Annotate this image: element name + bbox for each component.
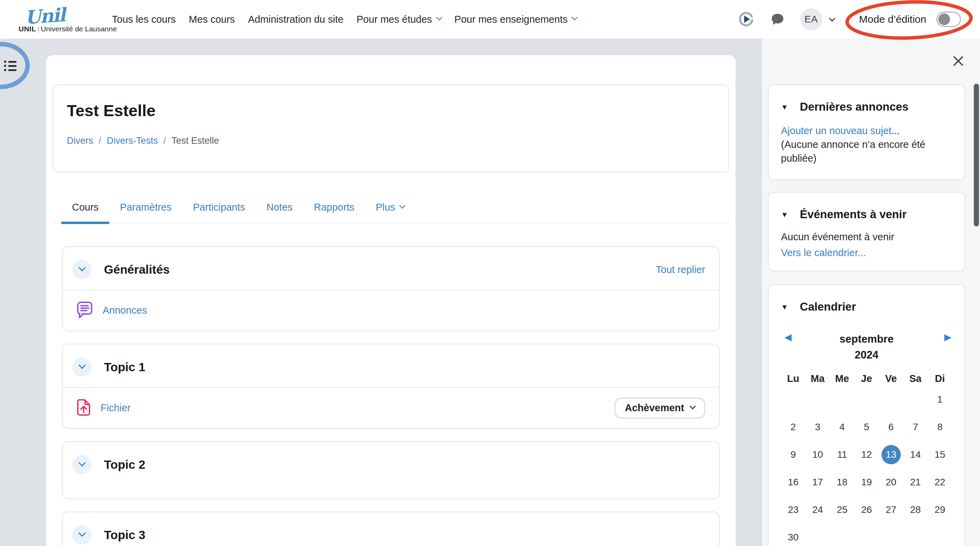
calendar-day[interactable]: 24	[805, 496, 830, 524]
block-title: Calendrier	[800, 300, 856, 313]
calendar-day[interactable]: 8	[928, 413, 952, 441]
calendar-day[interactable]: 28	[903, 496, 928, 524]
messages-icon[interactable]	[771, 13, 784, 26]
user-menu-chevron-icon[interactable]	[829, 15, 835, 21]
chevron-down-icon	[572, 14, 578, 20]
chevron-down-icon	[399, 202, 405, 209]
calendar-day[interactable]: 4	[830, 413, 854, 441]
calendar-day[interactable]: 9	[781, 441, 805, 468]
calendar-day[interactable]: 19	[854, 468, 879, 496]
calendar-day[interactable]: 6	[879, 413, 903, 441]
calendar-day-selected[interactable]: 13	[879, 441, 903, 468]
calendar-day[interactable]: 20	[879, 468, 903, 496]
activity-link-fichier[interactable]: Fichier	[100, 402, 130, 413]
block-drawer: ▼ Dernières annonces Ajouter un nouveau …	[762, 38, 980, 546]
previous-month-icon[interactable]: ◀	[784, 333, 792, 342]
nav-item-my-courses[interactable]: Mes cours	[182, 14, 241, 25]
completion-dropdown-button[interactable]: Achèvement	[615, 398, 705, 418]
navbar-right: EA Mode d’édition	[738, 8, 961, 30]
calendar-day[interactable]: 1	[928, 386, 952, 413]
calendar-day[interactable]: 16	[781, 468, 805, 496]
calendar-day[interactable]: 22	[928, 468, 952, 496]
nav-item-my-studies[interactable]: Pour mes études	[350, 14, 448, 25]
forum-icon	[76, 301, 93, 320]
avatar[interactable]: EA	[800, 8, 822, 30]
section-header: Topic 3	[63, 512, 719, 546]
collapse-all-link[interactable]: Tout replier	[656, 264, 705, 275]
collapse-block-icon[interactable]: ▼	[781, 303, 788, 311]
calendar-day	[854, 524, 879, 546]
tab-plus[interactable]: Plus	[365, 192, 415, 223]
calendar-day[interactable]: 10	[805, 441, 830, 468]
course-index-icon[interactable]	[4, 61, 16, 71]
tab-rapports[interactable]: Rapports	[303, 192, 365, 223]
tab-participants[interactable]: Participants	[182, 192, 256, 223]
breadcrumb-link-subcategory[interactable]: Divers-Tests	[107, 136, 158, 146]
calendar-day[interactable]: 7	[903, 413, 928, 441]
breadcrumb-separator: /	[158, 136, 172, 146]
breadcrumb: Divers / Divers-Tests / Test Estelle	[67, 136, 715, 146]
edit-mode-toggle[interactable]	[937, 12, 961, 27]
no-events-text: Aucun événement à venir	[781, 230, 952, 244]
calendar-day	[928, 524, 952, 546]
collapse-section-button[interactable]	[72, 455, 92, 474]
calendar-day[interactable]: 15	[928, 441, 952, 468]
next-month-icon[interactable]: ▶	[944, 333, 951, 342]
collapse-section-button[interactable]	[72, 358, 92, 377]
no-announcements-text: (Aucune annonce n’a encore été publiée)	[781, 137, 952, 165]
collapse-section-button[interactable]	[72, 525, 92, 544]
activity-link-annonces[interactable]: Annonces	[103, 305, 147, 316]
nav-item-all-courses[interactable]: Tous les cours	[105, 14, 182, 25]
section-topic2: Topic 2	[62, 441, 720, 499]
recordings-icon[interactable]	[738, 11, 754, 27]
calendar-day[interactable]: 29	[928, 496, 952, 524]
tab-parametres[interactable]: Paramètres	[109, 192, 182, 223]
calendar-day[interactable]: 17	[805, 468, 830, 496]
calendar-day	[830, 524, 854, 546]
collapse-block-icon[interactable]: ▼	[781, 104, 788, 111]
calendar-day[interactable]: 14	[903, 441, 928, 468]
calendar-day	[805, 386, 830, 413]
calendar-day[interactable]: 11	[830, 441, 854, 468]
main-content: Test Estelle Divers / Divers-Tests / Tes…	[46, 55, 735, 546]
calendar-day[interactable]: 25	[830, 496, 854, 524]
list-row	[4, 65, 16, 67]
tab-notes[interactable]: Notes	[256, 192, 303, 223]
calendar-day	[830, 386, 854, 413]
calendar-month: septembre	[781, 331, 952, 347]
calendar-day[interactable]: 2	[781, 413, 805, 441]
section-header: Topic 1	[63, 344, 719, 387]
calendar-day[interactable]: 30	[781, 524, 805, 546]
top-navbar: Unil UNIL|Université de Lausanne Tous le…	[0, 0, 980, 38]
nav-item-site-administration[interactable]: Administration du site	[241, 14, 350, 25]
calendar-day[interactable]: 27	[879, 496, 903, 524]
avatar-initials: EA	[804, 14, 818, 25]
add-topic-link[interactable]: Ajouter un nouveau sujet	[781, 125, 891, 136]
calendar-day	[805, 524, 830, 546]
block-title: Événements à venir	[800, 208, 907, 221]
calendar-day[interactable]: 12	[854, 441, 879, 468]
section-title: Topic 1	[104, 360, 145, 374]
calendar-day[interactable]: 23	[781, 496, 805, 524]
calendar-day[interactable]: 21	[903, 468, 928, 496]
page: Unil UNIL|Université de Lausanne Tous le…	[0, 0, 980, 546]
upcoming-events-block: ▼ Événements à venir Aucun événement à v…	[768, 192, 965, 271]
collapse-section-button[interactable]	[72, 260, 92, 279]
breadcrumb-link-category[interactable]: Divers	[67, 136, 93, 146]
go-to-calendar-link[interactable]: Vers le calendrier...	[781, 246, 952, 260]
calendar-day	[879, 386, 903, 413]
section-topic3: Topic 3	[62, 511, 720, 546]
chevron-down-icon	[436, 14, 442, 20]
calendar-day[interactable]: 5	[854, 413, 879, 441]
unil-logo[interactable]: Unil UNIL|Université de Lausanne	[19, 5, 100, 33]
calendar-day[interactable]: 26	[854, 496, 879, 524]
scrollbar-thumb[interactable]	[974, 84, 979, 227]
section-title: Topic 2	[104, 458, 145, 471]
calendar-day	[781, 386, 805, 413]
close-icon[interactable]	[953, 55, 964, 67]
calendar-day[interactable]: 18	[830, 468, 854, 496]
nav-item-my-teaching[interactable]: Pour mes enseignements	[448, 14, 584, 25]
calendar-day[interactable]: 3	[805, 413, 830, 441]
tab-cours[interactable]: Cours	[61, 192, 109, 223]
collapse-block-icon[interactable]: ▼	[781, 211, 788, 218]
